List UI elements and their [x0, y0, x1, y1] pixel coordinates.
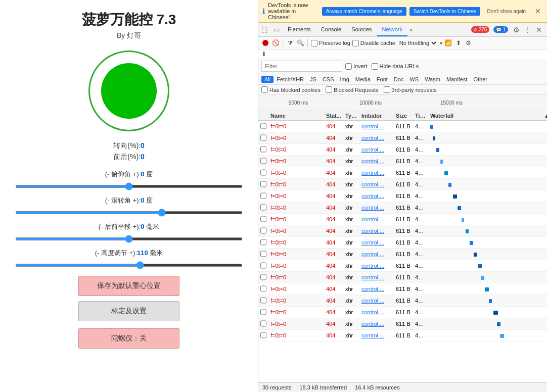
table-row[interactable]: f=0t=0 404 xhr control.... 611 B 44 ... [258, 330, 547, 341]
table-row[interactable]: f=0t=0 404 xhr control.... 611 B 44 ... [258, 295, 547, 307]
row-name[interactable]: f=0t=0 [268, 157, 324, 166]
row-initiator[interactable]: control.... [359, 168, 394, 177]
row-check[interactable] [258, 191, 268, 202]
row-initiator[interactable]: control.... [359, 145, 394, 154]
row-name[interactable]: f=0t=0 [268, 133, 324, 142]
row-name[interactable]: f=0t=0 [268, 122, 324, 131]
third-party-checkbox[interactable] [384, 86, 390, 93]
col-header-name[interactable]: Name [268, 111, 324, 120]
row-check[interactable] [258, 179, 268, 190]
table-row[interactable]: f=0t=0 404 xhr control.... 611 B 45 ... [258, 156, 547, 167]
tab-elements[interactable]: Elements [283, 23, 316, 36]
row-initiator[interactable]: control.... [359, 191, 394, 201]
table-row[interactable]: f=0t=0 404 xhr control.... 611 B 45 ... [258, 121, 547, 132]
blocked-cookies-label[interactable]: Has blocked cookies [261, 86, 321, 93]
table-row[interactable]: f=0t=0 404 xhr control.... 611 B 43 ... [258, 179, 547, 190]
wifi-icon[interactable]: 📶 [444, 39, 452, 47]
dont-show-again-button[interactable]: Don't show again [483, 7, 530, 16]
row-initiator[interactable]: control.... [359, 273, 394, 282]
type-filter-ws[interactable]: WS [406, 76, 422, 83]
row-initiator[interactable]: control.... [359, 133, 394, 142]
tab-sources[interactable]: Sources [346, 23, 377, 36]
row-name[interactable]: f=0t=0 [268, 273, 324, 282]
row-check[interactable] [258, 168, 268, 178]
row-name[interactable]: f=0t=0 [268, 308, 324, 317]
blocked-requests-label[interactable]: Blocked Requests [326, 86, 379, 93]
row-initiator[interactable]: control.... [359, 203, 394, 212]
row-check[interactable] [258, 307, 268, 318]
tab-network[interactable]: Network [377, 23, 407, 36]
more-tabs-button[interactable]: » [407, 27, 415, 33]
inspect-icon[interactable]: ⬚ [258, 26, 270, 33]
table-row[interactable]: f=0t=0 404 xhr control.... 611 B 45 ... [258, 307, 547, 318]
search-icon[interactable]: 🔍 [296, 39, 304, 47]
row-check[interactable] [258, 133, 268, 143]
hide-data-urls-label[interactable]: Hide data URLs [372, 63, 419, 70]
row-name[interactable]: f=0t=0 [268, 226, 324, 235]
save-center-button[interactable]: 保存为默认重心位置 [78, 276, 179, 296]
row-check[interactable] [258, 156, 268, 167]
toolbar-settings-icon[interactable]: ⚙ [465, 39, 473, 47]
hide-data-urls-checkbox[interactable] [372, 63, 378, 70]
device-icon[interactable]: ▭ [270, 26, 283, 33]
row-initiator[interactable]: control.... [359, 238, 394, 247]
row-check[interactable] [258, 226, 268, 236]
col-header-initiator[interactable]: Initiator [359, 111, 394, 120]
row-initiator[interactable]: control.... [359, 284, 394, 293]
row-initiator[interactable]: control.... [359, 250, 394, 259]
row-name[interactable]: f=0t=0 [268, 215, 324, 224]
col-header-status[interactable]: Stat... [324, 111, 343, 120]
height-slider[interactable] [15, 264, 243, 267]
row-initiator[interactable]: control.... [359, 180, 394, 189]
table-row[interactable]: f=0t=0 404 xhr control.... 611 B 47 ... [258, 132, 547, 144]
type-filter-css[interactable]: CSS [320, 76, 337, 83]
row-check[interactable] [258, 284, 268, 295]
row-initiator[interactable]: control.... [359, 319, 394, 328]
row-name[interactable]: f=0t=0 [268, 168, 324, 177]
type-filter-fetch/xhr[interactable]: Fetch/XHR [274, 76, 307, 83]
roll-slider[interactable] [15, 211, 243, 214]
type-filter-other[interactable]: Other [470, 76, 490, 83]
row-check[interactable] [258, 121, 268, 132]
type-filter-doc[interactable]: Doc [391, 76, 407, 83]
network-table[interactable]: Name Stat... Type Initiator Size Time Wa… [258, 111, 547, 382]
row-check[interactable] [258, 203, 268, 213]
more-options-icon[interactable]: ⋮ [523, 25, 532, 35]
table-row[interactable]: f=0t=0 404 xhr control.... 611 B 44 ... [258, 283, 547, 295]
row-name[interactable]: f=0t=0 [268, 331, 324, 340]
row-name[interactable]: f=0t=0 [268, 191, 324, 201]
third-party-label[interactable]: 3rd-party requests [384, 86, 437, 93]
pitch-slider[interactable] [15, 185, 243, 188]
gyro-button[interactable]: 陀螺仪：关 [78, 328, 179, 349]
settings-icon[interactable]: ⚙ [512, 25, 521, 35]
row-name[interactable]: f=0t=0 [268, 319, 324, 328]
blocked-requests-checkbox[interactable] [326, 86, 332, 93]
front-back-slider[interactable] [15, 237, 243, 240]
preserve-log-checkbox[interactable] [311, 40, 317, 46]
type-filter-manifest[interactable]: Manifest [443, 76, 471, 83]
infobar-close-icon[interactable]: ✕ [533, 7, 543, 15]
download-icon[interactable]: ⬇ [261, 51, 266, 58]
table-row[interactable]: f=0t=0 404 xhr control.... 611 B 44 ... [258, 318, 547, 330]
row-initiator[interactable]: control.... [359, 215, 394, 224]
row-check[interactable] [258, 237, 268, 248]
row-name[interactable]: f=0t=0 [268, 296, 324, 305]
row-name[interactable]: f=0t=0 [268, 284, 324, 293]
devtools-close-icon[interactable]: ✕ [534, 26, 544, 34]
row-initiator[interactable]: control.... [359, 296, 394, 305]
row-check[interactable] [258, 249, 268, 260]
table-row[interactable]: f=0t=0 404 xhr control.... 611 B 45 ... [258, 260, 547, 272]
table-row[interactable]: f=0t=0 404 xhr control.... 611 B 44 ... [258, 249, 547, 260]
type-filter-img[interactable]: Img [337, 76, 352, 83]
type-filter-all[interactable]: All [261, 76, 274, 83]
record-button[interactable] [261, 39, 269, 47]
filter-input[interactable] [261, 61, 342, 72]
row-initiator[interactable]: control.... [359, 308, 394, 317]
table-row[interactable]: f=0t=0 404 xhr control.... 611 B 44 ... [258, 202, 547, 214]
disable-cache-checkbox[interactable] [352, 40, 359, 46]
row-initiator[interactable]: control.... [359, 261, 394, 270]
row-name[interactable]: f=0t=0 [268, 261, 324, 270]
row-check[interactable] [258, 319, 268, 329]
row-initiator[interactable]: control.... [359, 226, 394, 235]
row-name[interactable]: f=0t=0 [268, 145, 324, 154]
